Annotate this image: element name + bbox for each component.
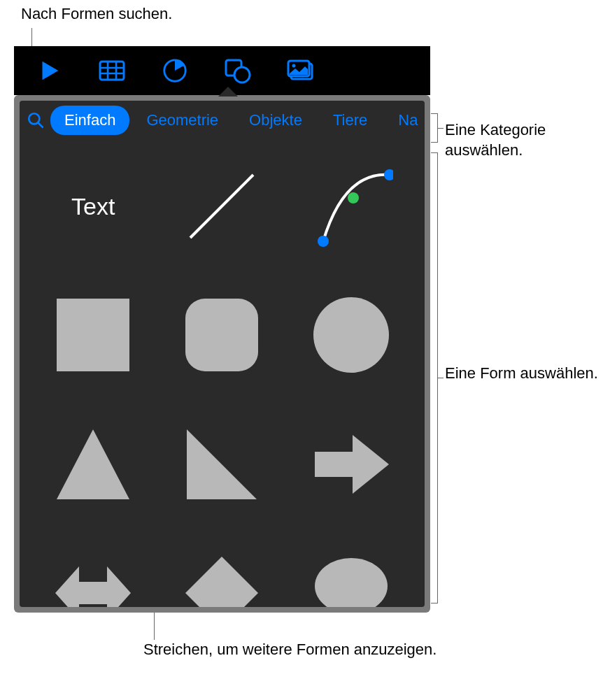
circle-shape[interactable] — [297, 281, 405, 389]
annotation-shape: Eine Form auswählen. — [445, 364, 598, 384]
search-icon — [27, 111, 45, 129]
svg-line-12 — [38, 122, 43, 127]
bracket-shape — [431, 152, 438, 603]
speech-bubble-shape[interactable] — [297, 539, 405, 607]
square-shape[interactable] — [39, 281, 147, 389]
svg-point-16 — [348, 192, 359, 203]
right-triangle-shape[interactable] — [168, 410, 276, 518]
double-arrow-shape[interactable] — [39, 539, 147, 607]
triangle-shape[interactable] — [39, 410, 147, 518]
curve-shape[interactable] — [297, 152, 405, 260]
shapes-popover: Einfach Geometrie Objekte Tiere Na Text — [20, 101, 425, 607]
tab-geometrie[interactable]: Geometrie — [132, 106, 232, 135]
callout-line-shape — [438, 378, 444, 378]
svg-rect-0 — [100, 62, 124, 80]
callout-line-category — [438, 128, 444, 129]
svg-rect-17 — [57, 299, 129, 371]
svg-line-13 — [190, 175, 253, 238]
tab-objekte[interactable]: Objekte — [235, 106, 316, 135]
search-button[interactable] — [24, 108, 48, 132]
svg-point-15 — [384, 169, 393, 180]
svg-rect-18 — [185, 299, 258, 371]
shapes-grid[interactable]: Text — [20, 140, 425, 607]
annotation-swipe: Streichen, um weitere Formen anzuzeigen. — [143, 640, 437, 660]
line-shape[interactable] — [168, 152, 276, 260]
media-icon[interactable] — [287, 57, 315, 85]
text-shape[interactable]: Text — [39, 152, 147, 260]
annotation-category: Eine Kategorie auswählen. — [445, 120, 603, 160]
popover-container: Einfach Geometrie Objekte Tiere Na Text — [14, 95, 430, 613]
rounded-square-shape[interactable] — [168, 281, 276, 389]
bracket-category — [431, 113, 438, 143]
tab-einfach[interactable]: Einfach — [50, 106, 129, 135]
chart-icon[interactable] — [161, 57, 189, 85]
svg-point-20 — [315, 558, 388, 607]
svg-point-19 — [313, 297, 389, 373]
svg-point-7 — [234, 67, 250, 83]
tab-tiere[interactable]: Tiere — [319, 106, 381, 135]
table-icon[interactable] — [98, 57, 126, 85]
text-shape-label: Text — [71, 193, 115, 220]
annotation-search: Nach Formen suchen. — [21, 4, 172, 24]
popover-arrow — [218, 87, 238, 97]
svg-point-10 — [292, 64, 296, 68]
play-icon[interactable] — [35, 57, 63, 85]
popover-header: Einfach Geometrie Objekte Tiere Na — [20, 101, 425, 140]
tab-natur[interactable]: Na — [384, 106, 425, 135]
arrow-right-shape[interactable] — [297, 410, 405, 518]
shapes-icon[interactable] — [224, 57, 252, 85]
svg-point-14 — [318, 236, 329, 247]
diamond-shape[interactable] — [168, 539, 276, 607]
